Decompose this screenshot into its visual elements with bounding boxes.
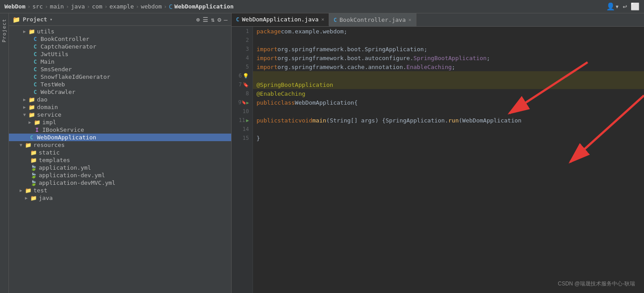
tab-label: BookController.java [339, 16, 406, 23]
tree-item[interactable]: ▶ 📁 utils [9, 28, 231, 35]
tree-item-label: CaptchaGenerator [41, 43, 229, 50]
tree-item[interactable]: ▼ 📁 resources [9, 141, 231, 149]
folder-icon: 📁 [12, 16, 20, 23]
editor-tab[interactable]: C WebDomApplication.java ✕ [232, 13, 329, 26]
code-line: } [253, 134, 644, 142]
code-content[interactable]: package com.example.webdom; import org.s… [253, 27, 644, 293]
line-number: 2 [232, 36, 253, 45]
titlebar-right-icons: 👤▾ ↩ ⬜ [606, 2, 640, 11]
tree-item[interactable]: 🍃 application-dev.yml [9, 171, 231, 179]
line-number: 14 [232, 125, 253, 134]
line-number: 4 [232, 53, 253, 62]
tree-arrow: ▼ [18, 142, 24, 147]
tree-item[interactable]: ▼ 📁 service [9, 111, 231, 118]
code-line [253, 71, 644, 80]
panel-chevron[interactable]: ▾ [50, 17, 53, 22]
file-icon: 📁 [28, 112, 36, 118]
project-panel: 📁 Project ▾ ⊕ ☰ ⇅ ⚙ — ▶ 📁 utils C BookCo… [9, 13, 232, 293]
tree-item-label: service [37, 111, 229, 118]
tree-item[interactable]: ▶ 📁 dao [9, 96, 231, 103]
tree-item-label: test [33, 187, 229, 194]
code-line: import org.springframework.boot.autoconf… [253, 53, 644, 62]
tree-item[interactable]: C SnowflakeIdGenerator [9, 73, 231, 81]
settings-icon[interactable]: ⚙ [217, 16, 221, 23]
tree-item[interactable]: C WebCrawler [9, 88, 231, 96]
tree-item[interactable]: I IBookService [9, 126, 231, 134]
code-line: public class WebDomApplication { [253, 98, 644, 107]
line-number: 15 [232, 134, 253, 142]
tree-item-label: impl [42, 119, 229, 126]
tree-item[interactable]: C BookController [9, 35, 231, 43]
main-layout: Project 📁 Project ▾ ⊕ ☰ ⇅ ⚙ — ▶ 📁 utils … [0, 13, 644, 293]
collapse-all-icon[interactable]: ☰ [203, 16, 208, 23]
tree-item-label: SnowflakeIdGenerator [41, 73, 229, 80]
tree-item[interactable]: ▶ 📁 impl [9, 118, 231, 126]
file-icon: C [31, 59, 39, 65]
tree-item[interactable]: C JwtUtils [9, 50, 231, 58]
breadcrumb-root: WebDom [4, 3, 25, 10]
tree-item-label: static [39, 149, 229, 156]
tree-item[interactable]: ▶ 📁 test [9, 187, 231, 194]
tab-close-button[interactable]: ✕ [321, 16, 324, 22]
code-line [253, 36, 644, 45]
tree-item[interactable]: C WebDomApplication [9, 134, 231, 141]
file-icon: C [31, 51, 39, 57]
editor-area: C WebDomApplication.java ✕ C BookControl… [232, 13, 644, 293]
bookmark-icon: 🔖 [241, 100, 246, 105]
tree-arrow: ▼ [21, 112, 28, 117]
forward-icon[interactable]: ⬜ [631, 2, 640, 11]
tree-item[interactable]: C SmsSender [9, 65, 231, 73]
file-icon: 🍃 [29, 180, 37, 186]
tree-item-label: templates [39, 157, 229, 163]
tree-item[interactable]: C TestWeb [9, 81, 231, 88]
line-number: 6💡 [232, 71, 253, 80]
panel-header: 📁 Project ▾ ⊕ ☰ ⇅ ⚙ — [9, 13, 231, 26]
tree-item-label: dao [37, 96, 229, 103]
tree-item[interactable]: 📁 templates [9, 156, 231, 164]
tree-item-label: SmsSender [41, 66, 229, 73]
panel-toolbar: ⊕ ☰ ⇅ ⚙ — [196, 16, 228, 23]
tree-item[interactable]: 🍃 application-devMVC.yml [9, 179, 231, 187]
tree-item[interactable]: ▶ 📁 domain [9, 103, 231, 111]
panel-title: Project [23, 16, 47, 23]
expand-icon[interactable]: ⇅ [211, 16, 215, 23]
tree-item-label: IBookService [42, 126, 229, 133]
account-icon[interactable]: 👤▾ [606, 2, 620, 11]
line-number: 7🔖 [232, 80, 253, 89]
tree-item[interactable]: C CaptchaGenerator [9, 43, 231, 50]
line-number: 10 [232, 107, 253, 116]
tab-label: WebDomApplication.java [242, 16, 318, 23]
tree-item[interactable]: C Main [9, 58, 231, 65]
tree-item[interactable]: 🍃 application.yml [9, 164, 231, 171]
tree-arrow: ▶ [18, 188, 24, 193]
tree-item[interactable]: 📁 static [9, 149, 231, 156]
code-line [253, 125, 644, 134]
panel-tree: ▶ 📁 utils C BookController C CaptchaGene… [9, 26, 231, 293]
tab-close-button[interactable]: ✕ [408, 17, 412, 23]
side-tab-label: Project [1, 19, 7, 42]
tree-item-label: TestWeb [41, 81, 229, 88]
code-line: @EnableCaching [253, 89, 644, 98]
tree-item-label: utils [37, 28, 229, 35]
code-line: import org.springframework.cache.annotat… [253, 62, 644, 71]
file-icon: 📁 [29, 195, 37, 201]
file-icon: 📁 [33, 119, 41, 126]
breadcrumb: WebDom › src › main › java › com › examp… [4, 3, 606, 10]
tree-item[interactable]: ▶ 📁 java [9, 194, 231, 202]
locate-icon[interactable]: ⊕ [196, 16, 200, 23]
tree-item-label: WebDomApplication [37, 134, 229, 141]
code-line: public static void main(String[] args) {… [253, 116, 644, 125]
line-number: 11▶ [232, 116, 253, 125]
line-numbers: 123456💡7🔖89🔖▶1011▶1415 [232, 27, 253, 293]
breadcrumb-src: src [33, 3, 43, 10]
tree-arrow: ▶ [27, 120, 33, 125]
file-icon: 📁 [24, 142, 32, 148]
back-icon[interactable]: ↩ [623, 2, 627, 11]
close-panel-icon[interactable]: — [224, 16, 228, 23]
file-icon: 🍃 [29, 172, 37, 179]
editor-tab[interactable]: C BookController.java ✕ [329, 13, 416, 26]
file-icon: 🍃 [29, 165, 37, 171]
side-tab[interactable]: Project [0, 13, 9, 293]
tree-item-label: application.yml [39, 164, 229, 171]
line-number: 1 [232, 27, 253, 36]
